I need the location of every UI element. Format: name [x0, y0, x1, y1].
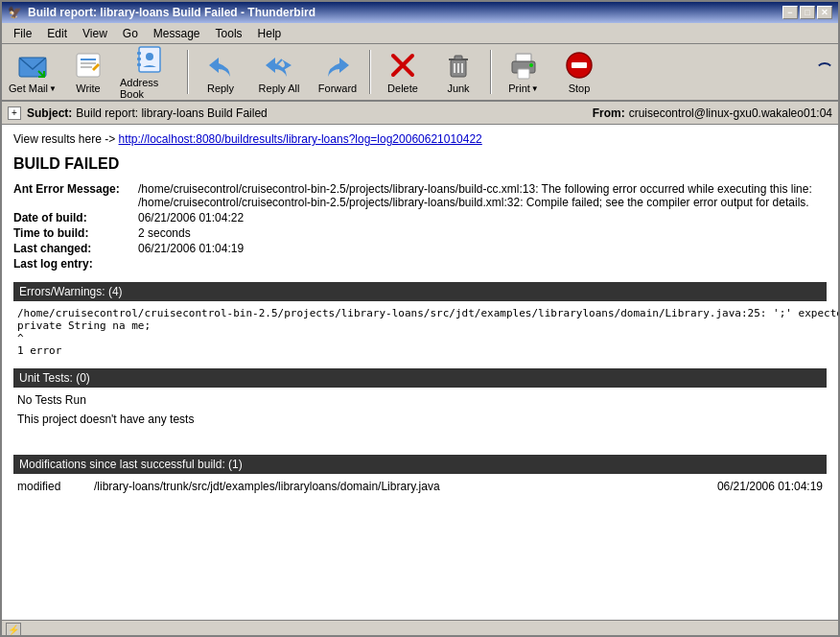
reply-button[interactable]: Reply [194, 46, 247, 98]
get-mail-button[interactable]: Get Mail ▼ [6, 46, 59, 98]
view-results-link[interactable]: http://localhost:8080/buildresults/libra… [119, 132, 482, 146]
delete-label: Delete [387, 83, 418, 94]
mod-type: modified [17, 480, 94, 493]
address-book-button[interactable]: Address Book [117, 46, 182, 98]
print-button[interactable]: Print ▼ [497, 46, 550, 98]
menu-message[interactable]: Message [146, 25, 208, 42]
maximize-button[interactable]: □ [800, 6, 815, 19]
info-key-2: Time to build: [13, 226, 138, 240]
write-label: Write [76, 83, 100, 94]
forward-icon [322, 50, 353, 81]
subject-value: Build report: library-loans Build Failed [76, 106, 572, 120]
stop-button[interactable]: Stop [552, 46, 606, 98]
info-row-2: Time to build: 2 seconds [13, 226, 827, 240]
unit-tests-line1: No Tests Run [13, 391, 827, 409]
reply-all-button[interactable]: Reply All [249, 46, 309, 98]
print-icon [508, 50, 539, 81]
spacer [13, 430, 827, 445]
mod-date: 06/21/2006 01:04:19 [669, 480, 823, 493]
toolbar: Get Mail ▼ Write Add [2, 44, 838, 102]
svg-point-9 [146, 53, 153, 60]
svg-rect-8 [137, 63, 141, 66]
info-val-2: 2 seconds [138, 226, 827, 240]
info-row-0: Ant Error Message: /home/cruisecontrol/c… [13, 182, 827, 209]
reply-all-icon [264, 50, 294, 81]
email-content: View results here -> http://localhost:80… [2, 125, 838, 620]
svg-rect-23 [572, 62, 587, 68]
email-time: 01:04 [804, 106, 832, 120]
svg-rect-14 [455, 56, 462, 59]
unit-tests-line2: This project doesn't have any tests [13, 411, 827, 428]
expand-header-button[interactable]: + [8, 106, 21, 120]
junk-icon [443, 50, 474, 81]
menu-view[interactable]: View [75, 25, 115, 42]
subject-label: Subject: [27, 106, 72, 120]
close-button[interactable]: ✕ [817, 6, 832, 19]
status-icon: ⚡ [6, 623, 21, 638]
menu-tools[interactable]: Tools [208, 25, 250, 42]
email-header-row: + Subject: Build report: library-loans B… [2, 102, 838, 125]
reply-icon [205, 50, 236, 81]
get-mail-icon [17, 50, 48, 81]
modification-row: modified /library-loans/trunk/src/jdt/ex… [13, 478, 827, 495]
write-button[interactable]: Write [61, 46, 115, 98]
info-row-1: Date of build: 06/21/2006 01:04:22 [13, 211, 827, 224]
status-symbol: ⚡ [8, 625, 19, 635]
email-info-table: Ant Error Message: /home/cruisecontrol/c… [13, 182, 827, 271]
info-key-4: Last log entry: [13, 257, 138, 271]
reply-all-label: Reply All [259, 83, 300, 94]
forward-label: Forward [318, 83, 357, 94]
junk-label: Junk [447, 83, 469, 94]
status-bar: ⚡ [2, 620, 838, 637]
print-label: Print [508, 83, 530, 94]
info-key-0: Ant Error Message: [13, 182, 138, 209]
titlebar-left: 🦅 Build report: library-loans Build Fail… [8, 6, 315, 19]
address-book-label: Address Book [120, 77, 179, 100]
app-icon: 🦅 [8, 6, 22, 19]
menu-bar: File Edit View Go Message Tools Help [2, 23, 838, 44]
title-bar: 🦅 Build report: library-loans Build Fail… [2, 2, 838, 23]
modifications-header: Modifications since last successful buil… [13, 455, 827, 474]
svg-rect-6 [137, 52, 141, 55]
delete-icon [387, 50, 418, 81]
svg-point-21 [529, 63, 533, 67]
info-val-3: 06/21/2006 01:04:19 [138, 242, 827, 255]
info-row-4: Last log entry: [13, 257, 827, 271]
menu-edit[interactable]: Edit [39, 25, 75, 42]
titlebar-controls[interactable]: − □ ✕ [782, 6, 832, 19]
get-mail-label: Get Mail [9, 83, 48, 94]
view-results-line: View results here -> http://localhost:80… [13, 132, 827, 146]
unit-tests-header: Unit Tests: (0) [13, 368, 827, 388]
menu-go[interactable]: Go [115, 25, 146, 42]
info-val-0: /home/cruisecontrol/cruisecontrol-bin-2.… [138, 182, 827, 209]
stop-label: Stop [569, 83, 591, 94]
reply-label: Reply [207, 83, 234, 94]
window-title: Build report: library-loans Build Failed… [28, 6, 315, 19]
errors-content: /home/cruisecontrol/cruisecontrol-bin-2.… [13, 305, 827, 359]
info-val-1: 06/21/2006 01:04:22 [138, 211, 827, 224]
stop-icon [564, 50, 595, 81]
print-arrow-icon: ▼ [531, 84, 539, 93]
info-row-3: Last changed: 06/21/2006 01:04:19 [13, 242, 827, 255]
menu-file[interactable]: File [6, 25, 39, 42]
errors-header: Errors/Warnings: (4) [13, 282, 827, 301]
info-key-1: Date of build: [13, 211, 138, 224]
build-status: BUILD FAILED [13, 155, 827, 173]
menu-help[interactable]: Help [250, 25, 290, 42]
info-val-4 [138, 257, 827, 271]
info-key-3: Last changed: [13, 242, 138, 255]
junk-button[interactable]: Junk [432, 46, 485, 98]
forward-button[interactable]: Forward [311, 46, 364, 98]
svg-rect-7 [137, 58, 141, 60]
view-results-text: View results here -> [13, 132, 115, 146]
toolbar-separator-2 [369, 50, 371, 94]
minimize-button[interactable]: − [782, 6, 798, 19]
delete-button[interactable]: Delete [376, 46, 430, 98]
get-mail-arrow-icon: ▼ [49, 84, 57, 93]
from-label: From: [593, 106, 625, 120]
address-book-icon [134, 44, 165, 75]
svg-rect-20 [518, 69, 529, 79]
from-value: cruisecontrol@linux-gxu0.wakaleo [629, 106, 804, 120]
mod-path: /library-loans/trunk/src/jdt/examples/li… [94, 480, 669, 493]
toolbar-separator-3 [490, 50, 492, 94]
